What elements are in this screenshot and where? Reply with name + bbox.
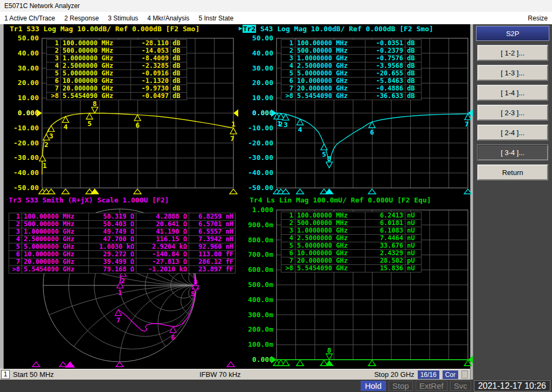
ifbw-label: IFBW 70 kHz xyxy=(199,370,241,379)
marker-row: 55.0000000 GHz-0.0916dB xyxy=(47,70,187,78)
marker-row: 1100.00000 MHz-0.0351dB xyxy=(281,40,422,47)
tr2-header: ▶Tr2 S43 Log Mag 10.00dB/ Ref 0.000dB [F… xyxy=(239,25,433,33)
marker-row: 42.5000000 GHz7.4464nU xyxy=(281,235,422,242)
marker-row: >85.5454090 GHz15.836nU xyxy=(281,265,422,272)
extref-indicator: ExtRef xyxy=(416,381,447,391)
resize-button[interactable]: Resize xyxy=(528,15,548,22)
panel-tr1: 123456781 50.0040.0030.0020.0010.000.000… xyxy=(4,25,239,196)
start-frequency-label: Start 50 MHz xyxy=(13,370,54,379)
tr1-header: ▶Tr1 S33 Log Mag 10.00dB/ Ref 0.000dB [F… xyxy=(10,25,199,33)
tr1-marker-table: 1100.00000 MHz-28.110dB2500.00000 MHz-14… xyxy=(46,39,187,100)
instrument-display: 123456781 50.0040.0030.0020.0010.000.000… xyxy=(0,24,470,369)
marker-row: 42.5000000 GHz-3.9568dB xyxy=(281,62,422,70)
status-bar: 1 Start 50 MHz IFBW 70 kHz Stop 20 GHz 1… xyxy=(0,369,470,380)
marker-row: 42.5000000 GHz47.700 Ω116.15 Ω7.3942 nH xyxy=(9,236,236,243)
menu-bar: 1 Active Ch/Trace2 Response3 Stimulus4 M… xyxy=(0,12,552,24)
window-title: E5071C Network Analyzer xyxy=(4,2,80,10)
marker-row: 55.0000000 GHz1.0030 kΩ2.9204 kΩ92.960 n… xyxy=(9,243,236,251)
tr3-label[interactable]: Tr3 xyxy=(9,196,21,204)
svg-text:5: 5 xyxy=(322,150,326,158)
marker-row: 610.000000 GHz-1.1320dB xyxy=(47,78,187,85)
svg-text:1: 1 xyxy=(43,162,47,170)
marker-row: 55.0000000 GHz33.676nU xyxy=(281,242,422,250)
trigger-hold-badge: Hold xyxy=(361,381,386,391)
marker-row: 55.0000000 GHz-20.655dB xyxy=(281,70,422,78)
softkey--1-4-[interactable]: [ 1-4 ]... xyxy=(477,85,548,101)
tr4-marker-table: 1100.00000 MHz6.2413nU2500.00000 MHz6.01… xyxy=(281,212,422,272)
menu-item-5-instr-state[interactable]: 5 Instr State xyxy=(198,15,233,22)
svg-text:2: 2 xyxy=(44,141,49,149)
menu-item-2-response[interactable]: 2 Response xyxy=(64,15,99,22)
marker-row: 31.0000000 GHz6.1083nU xyxy=(281,227,422,235)
svg-text:1: 1 xyxy=(118,289,122,297)
menu-item-1-active-ch-trace[interactable]: 1 Active Ch/Trace xyxy=(4,15,55,22)
marker-row: 720.000000 GHz-0.4886dB xyxy=(281,85,422,93)
softkey-buttons: [ 1-2 ]...[ 1-3 ]...[ 1-4 ]...[ 2-3 ]...… xyxy=(473,45,552,180)
softkey--3-4-[interactable]: [ 3-4 ]... xyxy=(477,144,548,160)
svg-text:7: 7 xyxy=(116,316,120,324)
marker-row: 1100.00000 MHz50.319 Ω4.2888 Ω6.8259 nH xyxy=(9,213,236,221)
marker-row: 610.000000 GHz-5.8463dB xyxy=(281,78,422,85)
tr4-header-text: Ls Lin Mag 100.0mU/ Ref 0.000U [F2 Equ] xyxy=(262,196,431,204)
channel-number-box: 1 xyxy=(1,370,10,379)
panel-tr4: 8 1.000900.0m800.0m700.0m600.0m500.0m400… xyxy=(239,196,473,369)
softkey--2-4-[interactable]: [ 2-4 ]... xyxy=(477,124,548,141)
app-window: E5071C Network Analyzer 1 Active Ch/Trac… xyxy=(0,0,552,392)
svg-text:3: 3 xyxy=(284,121,288,129)
panel-tr2: 12345678 50.0040.0030.0020.0010.000.000-… xyxy=(239,25,473,196)
tr3-marker-table: 1100.00000 MHz50.319 Ω4.2888 Ω6.8259 nH2… xyxy=(9,213,236,274)
stop-indicator: Stop xyxy=(389,381,413,391)
status-right-group: Stop 20 GHz 16/16 Cor xyxy=(374,370,470,379)
menu-items: 1 Active Ch/Trace2 Response3 Stimulus4 M… xyxy=(4,15,243,22)
svg-text:6: 6 xyxy=(171,333,175,341)
marker-row: 720.000000 GHz28.502pU xyxy=(281,257,422,265)
menu-item-3-stimulus[interactable]: 3 Stimulus xyxy=(108,15,138,22)
tr2-marker-table: 1100.00000 MHz-0.0351dB2500.00000 MHz-0.… xyxy=(281,39,422,100)
marker-row: >85.5454090 GHz79.168 Ω-1.2010 kΩ23.897 … xyxy=(9,266,236,274)
svg-text:4: 4 xyxy=(64,123,68,131)
svg-text:5: 5 xyxy=(87,120,92,128)
marker-row: 2500.00000 MHz-0.2379dB xyxy=(281,47,422,55)
active-trace-arrow-icon: ▶ xyxy=(239,25,243,32)
marker-row: 42.5000000 GHz-2.3285dB xyxy=(47,62,187,70)
svg-text:2: 2 xyxy=(279,120,283,128)
svg-text:5: 5 xyxy=(191,290,195,298)
softkey-menu-title: S2P xyxy=(476,26,549,41)
tr2-header-text: S43 Log Mag 10.00dB/ Ref 0.000dB [F2 Smo… xyxy=(256,25,433,33)
tr1-label[interactable]: Tr1 xyxy=(10,25,22,33)
marker-row: 1100.00000 MHz-28.110dB xyxy=(47,40,187,47)
tr2-label[interactable]: Tr2 xyxy=(243,25,256,33)
svg-text:8: 8 xyxy=(194,278,198,286)
marker-row: 2500.00000 MHz-14.053dB xyxy=(47,47,187,55)
svc-indicator: Svc xyxy=(450,381,471,391)
marker-row: 2500.00000 MHz50.403 Ω20.641 Ω6.5701 nH xyxy=(9,221,236,228)
softkey--1-2-[interactable]: [ 1-2 ]... xyxy=(477,45,548,61)
menu-item-4-mkr-analysis[interactable]: 4 Mkr/Analysis xyxy=(147,15,189,22)
softkey-panel: S2P [ 1-2 ]...[ 1-3 ]...[ 1-4 ]...[ 2-3 … xyxy=(473,24,552,380)
svg-text:6: 6 xyxy=(370,128,374,136)
marker-row: 31.0000000 GHz-0.7576dB xyxy=(281,55,422,62)
system-bar: Hold Stop ExtRef Svc 2021-12-17 10:26 xyxy=(0,380,552,392)
correction-badge: Cor xyxy=(443,370,458,379)
svg-text:8: 8 xyxy=(93,100,97,108)
title-bar: E5071C Network Analyzer xyxy=(0,0,552,12)
marker-row: 1100.00000 MHz6.2413nU xyxy=(281,212,422,220)
tr3-header: ▶Tr3 S33 Smith (R+jX) Scale 1.000U [F2] xyxy=(9,196,169,205)
softkey--2-3-[interactable]: [ 2-3 ]... xyxy=(477,104,548,121)
marker-row: 2500.00000 MHz6.0181nU xyxy=(281,220,422,227)
marker-row: 31.0000000 GHz-8.4009dB xyxy=(47,55,187,62)
tr4-header: ▶Tr4 Ls Lin Mag 100.0mU/ Ref 0.000U [F2 … xyxy=(250,196,431,205)
svg-text:7: 7 xyxy=(465,120,469,128)
softkey--1-3-[interactable]: [ 1-3 ]... xyxy=(477,65,548,81)
marker-row: >85.5454090 GHz-0.0497dB xyxy=(47,93,187,100)
tr4-label[interactable]: Tr4 xyxy=(250,196,262,204)
left-divider xyxy=(0,24,4,369)
stop-frequency-label: Stop 20 GHz xyxy=(374,370,414,379)
datetime-display: 2021-12-17 10:26 xyxy=(474,380,550,391)
marker-row: 720.000000 GHz39.499 Ω-27.813 Ω286.12 fF xyxy=(9,258,236,266)
sweep-points-badge: 16/16 xyxy=(418,370,439,379)
svg-text:4: 4 xyxy=(298,125,302,134)
svg-text:3: 3 xyxy=(49,132,53,140)
softkey-return[interactable]: Return xyxy=(477,164,548,180)
svg-text:8: 8 xyxy=(327,346,332,354)
